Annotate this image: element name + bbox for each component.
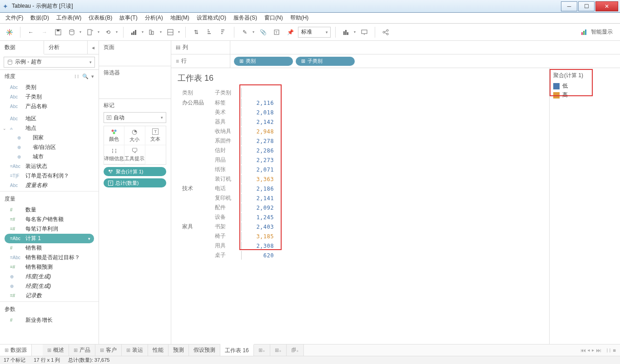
table-row[interactable]: 桌子620 xyxy=(179,251,278,260)
measure-field[interactable]: ⊕纬度(生成) xyxy=(0,272,99,281)
table-row[interactable]: 纸张2,071 xyxy=(179,165,278,174)
dimension-field[interactable]: Abc类别 xyxy=(0,83,99,92)
table-row[interactable]: 用品2,273 xyxy=(179,156,278,164)
worksheet-view[interactable]: 工作表 16 类别子类别 办公用品标签2,116美术2,018器具2,142收纳… xyxy=(171,68,549,347)
dimension-field[interactable]: Abc度量名称 xyxy=(0,181,99,190)
sidebar-menu-icon[interactable]: ◂ xyxy=(88,41,99,54)
measure-field[interactable]: =#每笔订单利润 xyxy=(0,224,99,234)
table-row[interactable]: 配件2,092 xyxy=(179,203,278,212)
marks-tooltip[interactable]: 🗨工具提示 xyxy=(124,145,145,164)
rows-shelf[interactable]: ≡行 ⊞类别 ⊞子类别 xyxy=(171,54,620,68)
new-story-button[interactable]: 🗐₊ xyxy=(287,344,304,356)
tab-ship[interactable]: ⊞装运 xyxy=(122,344,148,356)
pin-button[interactable]: 📌 xyxy=(284,26,296,38)
table-row[interactable]: 美术2,018 xyxy=(179,108,278,117)
color-legend[interactable]: 聚合(计算 1) 低 高 xyxy=(549,68,620,347)
table-row[interactable]: 用具2,308 xyxy=(179,241,278,250)
row-pill-category[interactable]: ⊞类别 xyxy=(234,57,293,66)
new-worksheet-button[interactable]: ⊞₊ xyxy=(254,344,270,356)
sort-d-button[interactable] xyxy=(218,26,229,38)
present-button[interactable] xyxy=(358,26,370,38)
legend-item-high[interactable]: 高 xyxy=(553,91,616,99)
show-cards-button[interactable] xyxy=(340,26,352,38)
new-datasource-button[interactable] xyxy=(66,26,78,38)
fit-select[interactable]: 标准 xyxy=(298,27,331,38)
measure-field[interactable]: ⊕经度(生成) xyxy=(0,281,99,291)
dimension-field[interactable]: Abc产品名称 xyxy=(0,102,99,111)
minimize-button[interactable]: ─ xyxy=(561,1,577,11)
show-me-button[interactable]: 智能显示 xyxy=(577,28,616,36)
row-pill-subcategory[interactable]: ⊞子类别 xyxy=(296,57,355,66)
marks-text[interactable]: T文本 xyxy=(145,126,166,145)
label-button[interactable]: T xyxy=(271,26,283,38)
dimension-field[interactable]: Abc子类别 xyxy=(0,92,99,102)
attach-button[interactable]: 📎 xyxy=(257,26,269,38)
dimension-field[interactable]: =T|F订单是否有利润？ xyxy=(0,171,99,181)
dimension-field[interactable]: ⊕省/自治区 xyxy=(0,143,99,152)
sort-asc-button[interactable] xyxy=(146,26,158,38)
marks-size[interactable]: ◔大小 xyxy=(124,126,145,145)
marks-detail[interactable]: ⫶⫶详细信息 xyxy=(104,145,124,164)
pages-shelf[interactable]: 页面 xyxy=(99,41,171,66)
table-row[interactable]: 信封2,286 xyxy=(179,146,278,155)
tab-sheet16[interactable]: 工作表 16 xyxy=(220,344,254,356)
new-sheet-button[interactable]: + xyxy=(84,26,96,38)
marks-pill-color[interactable]: 聚合(计算 1) xyxy=(104,167,166,176)
table-row[interactable]: 装订机3,363 xyxy=(179,175,278,183)
tab-overview[interactable]: ⊞概述 xyxy=(43,344,69,356)
measure-field[interactable]: =Abc销售额是否超过目标？ xyxy=(0,253,99,262)
swap-rc-button[interactable]: ⇅ xyxy=(190,26,202,38)
refresh-button[interactable]: ⟲ xyxy=(102,26,114,38)
tab-nav[interactable]: ⏮ ◀ ▶ ⏭ ⫶⫶ ▦ xyxy=(576,344,620,356)
tab-analysis[interactable]: 分析 xyxy=(44,41,88,54)
menu-help[interactable]: 帮助(H) xyxy=(288,13,312,23)
tableau-logo-icon[interactable] xyxy=(4,26,15,38)
measure-field[interactable]: #数量 xyxy=(0,205,99,215)
back-button[interactable]: ← xyxy=(25,26,37,38)
table-row[interactable]: 收纳具2,948 xyxy=(179,127,278,136)
dimension-field[interactable]: Abc地区 xyxy=(0,114,99,123)
tab-forecast[interactable]: 预测 xyxy=(169,344,189,356)
close-button[interactable]: ✕ xyxy=(595,1,618,11)
measure-field[interactable]: =#每名客户销售额 xyxy=(0,215,99,224)
parameter-field[interactable]: #新业务增长 xyxy=(0,315,99,325)
highlight-button[interactable]: ✎ xyxy=(239,26,251,38)
tab-whatif[interactable]: 假设预测 xyxy=(189,344,220,356)
forward-button[interactable]: → xyxy=(39,26,50,38)
datasource-select[interactable]: 示例 - 超市 xyxy=(4,57,95,68)
sheet-title[interactable]: 工作表 16 xyxy=(178,73,543,84)
measure-field[interactable]: =#记录数 xyxy=(0,291,99,300)
marks-type-select[interactable]: T 自动 xyxy=(104,112,166,123)
menu-window[interactable]: 窗口(N) xyxy=(262,13,286,23)
save-button[interactable] xyxy=(52,26,64,38)
search-icon[interactable]: 🔍 xyxy=(82,74,89,79)
dimension-field[interactable]: =Abc装运状态 xyxy=(0,162,99,171)
menu-data[interactable]: 数据(D) xyxy=(28,13,52,23)
tab-datasource[interactable]: ⊞数据源 xyxy=(0,344,32,356)
table-row[interactable]: 系固件2,278 xyxy=(179,137,278,145)
measure-field[interactable]: =Abc计算 1▾ xyxy=(5,234,94,243)
table-row[interactable]: 办公用品标签2,116 xyxy=(179,98,278,107)
swap-button[interactable] xyxy=(128,26,140,38)
filters-shelf[interactable]: 筛选器 xyxy=(99,66,171,99)
menu-map[interactable]: 地图(M) xyxy=(168,13,192,23)
marks-color[interactable]: 颜色 xyxy=(104,126,124,145)
totals-button[interactable] xyxy=(164,26,176,38)
table-row[interactable]: 家具书架2,403 xyxy=(179,222,278,231)
menu-dashboard[interactable]: 仪表板(B) xyxy=(86,13,115,23)
menu-format[interactable]: 设置格式(O) xyxy=(194,13,229,23)
dimension-field[interactable]: ⌄ஃ地点 xyxy=(0,123,99,133)
sort-a-button[interactable] xyxy=(204,26,216,38)
share-button[interactable] xyxy=(380,26,392,38)
table-row[interactable]: 技术电话2,186 xyxy=(179,184,278,193)
legend-item-low[interactable]: 低 xyxy=(553,82,616,90)
tab-customer[interactable]: ⊞客户 xyxy=(95,344,122,356)
dimension-field[interactable]: ⊕城市 xyxy=(0,152,99,162)
maximize-button[interactable]: ☐ xyxy=(578,1,595,11)
menu-story[interactable]: 故事(T) xyxy=(117,13,140,23)
menu-file[interactable]: 文件(F) xyxy=(3,13,26,23)
tab-data[interactable]: 数据 xyxy=(0,41,44,54)
menu-worksheet[interactable]: 工作表(W) xyxy=(54,13,84,23)
menu-icon[interactable]: ▾ xyxy=(91,74,94,79)
table-row[interactable]: 器具2,142 xyxy=(179,118,278,126)
